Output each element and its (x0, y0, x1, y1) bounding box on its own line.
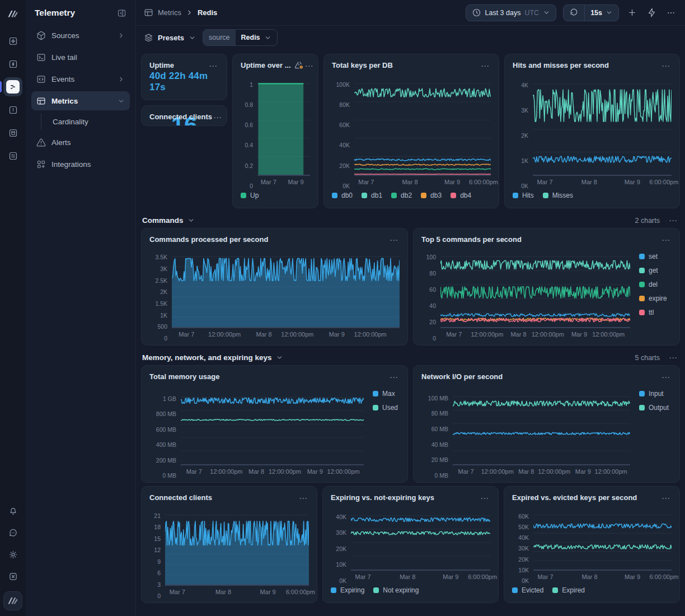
y-axis: 1 GB800 MB600 MB400 MB200 MB0 MB (149, 389, 181, 475)
app-logo[interactable] (4, 6, 21, 22)
rail-dataset-icon[interactable] (3, 31, 22, 50)
chart-menu-button[interactable]: ⋯ (660, 61, 672, 71)
source-filter[interactable]: source Redis (203, 29, 278, 46)
chart-menu-button[interactable]: ⋯ (480, 61, 491, 71)
org-avatar[interactable] (3, 591, 22, 610)
top5_commands-plot[interactable] (440, 251, 630, 328)
quick-actions-button[interactable] (645, 6, 658, 19)
legend-item-used[interactable]: Used (373, 404, 400, 412)
legend: Up (241, 190, 310, 201)
legend-swatch (639, 310, 645, 315)
legend-item-set[interactable]: set (639, 253, 672, 260)
more-menu-button[interactable] (665, 7, 677, 19)
legend-item-del[interactable]: del (639, 281, 672, 288)
x-axis: Mar 7Mar 8Mar 96:00:00pm (533, 176, 672, 186)
legend-item-not-expiring[interactable]: Not expiring (373, 586, 419, 594)
legend-swatch (373, 405, 378, 410)
chart-menu-button[interactable]: ⋯ (388, 235, 400, 245)
chart-menu-button[interactable]: ⋯ (660, 235, 672, 245)
y-tick-label: 10K (336, 561, 346, 568)
section-menu-button[interactable]: ⋯ (668, 216, 679, 225)
x-tick-label: Mar 8 (256, 331, 272, 338)
chart-menu-button[interactable]: ⋯ (212, 113, 223, 122)
legend-item-expiring[interactable]: Expiring (331, 586, 364, 594)
legend-item-get[interactable]: get (639, 267, 672, 274)
legend-item-db2[interactable]: db2 (391, 192, 412, 199)
y-tick-label: 60 (429, 286, 436, 293)
rail-theme-icon[interactable] (3, 547, 22, 562)
network_io-plot[interactable] (453, 389, 630, 465)
x-tick-label: Mar 9 (307, 468, 323, 475)
rail-query-icon[interactable] (3, 123, 22, 142)
section-toggle-commands[interactable]: Commands (142, 216, 195, 225)
y-tick-label: 40K (339, 142, 350, 148)
sidebar-item-metrics[interactable]: Metrics (31, 91, 130, 110)
sidebar-item-events[interactable]: Events (31, 69, 130, 88)
y-tick-label: 0K (339, 577, 346, 584)
add-chart-button[interactable] (626, 6, 639, 19)
legend-item-ttl[interactable]: ttl (639, 309, 672, 316)
chart-menu-button[interactable]: ⋯ (660, 493, 672, 503)
chart-menu-button[interactable]: ⋯ (298, 493, 309, 503)
legend-item-input[interactable]: Input (639, 390, 672, 398)
connected_clients_chart-plot[interactable] (165, 510, 309, 586)
hits_misses-plot[interactable] (533, 77, 672, 176)
warning-icon[interactable] (294, 61, 304, 69)
commands_processed-plot[interactable] (172, 251, 400, 328)
sidebar-item-live-tail[interactable]: Live tail (31, 48, 130, 67)
legend-item-expired[interactable]: Expired (552, 586, 585, 594)
x-tick-label: Mar 7 (355, 573, 370, 580)
rail-shortcuts-icon[interactable] (3, 569, 22, 584)
legend: db0db1db2db3db4 (332, 190, 491, 201)
section-toggle-memory[interactable]: Memory, network, and expiring keys (142, 353, 283, 362)
sidebar-item-alerts[interactable]: Alerts (31, 133, 130, 152)
chart-count: 5 charts (635, 354, 660, 362)
uptime_over_time-plot[interactable] (257, 77, 310, 176)
expiring_keys-plot[interactable] (351, 510, 490, 571)
rail-settings-icon[interactable] (3, 146, 22, 165)
chart-menu-button[interactable]: ⋯ (479, 493, 490, 503)
legend-item-db0[interactable]: db0 (332, 192, 353, 199)
rail-monitor-icon[interactable] (3, 100, 22, 119)
chart-menu-button[interactable]: ⋯ (304, 61, 315, 71)
time-range-button[interactable]: Last 3 days UTC (466, 4, 557, 21)
legend-item-hits[interactable]: Hits (513, 192, 534, 199)
total_memory-plot[interactable] (181, 389, 364, 465)
sidebar-item-integrations[interactable]: Integrations (31, 155, 130, 174)
presets-button[interactable]: Presets (144, 33, 196, 43)
legend-item-max[interactable]: Max (373, 390, 400, 398)
chart-menu-button[interactable]: ⋯ (660, 372, 672, 382)
rail-feedback-icon[interactable] (3, 525, 22, 540)
y-tick-label: 40K (518, 534, 529, 541)
legend-item-expire[interactable]: expire (639, 295, 672, 302)
sidebar-item-sources[interactable]: Sources (31, 26, 130, 45)
y-tick-label: 6 (157, 570, 161, 576)
refresh-interval-button[interactable]: 15s (585, 5, 618, 21)
clock-icon (472, 8, 481, 17)
chevron-down-icon (276, 354, 283, 361)
legend-item-db1[interactable]: db1 (362, 192, 382, 199)
section-menu-button[interactable]: ⋯ (668, 353, 679, 362)
chart-menu-button[interactable]: ⋯ (388, 372, 400, 382)
legend: HitsMisses (513, 190, 672, 201)
collapse-sidebar-icon[interactable] (117, 8, 126, 18)
legend-item-db3[interactable]: db3 (421, 192, 442, 199)
x-axis: Mar 712:00:00pmMar 812:00:00pmMar 912:00… (181, 465, 364, 475)
legend-item-evicted[interactable]: Evicted (512, 586, 543, 594)
legend-item-db4[interactable]: db4 (451, 192, 471, 199)
rail-flash-icon[interactable] (3, 54, 22, 73)
chart-menu-button[interactable]: ⋯ (208, 61, 219, 71)
sidebar-item-cardinality[interactable]: Cardinality (41, 113, 130, 130)
chart-title: Top 5 commands per second (421, 235, 522, 244)
rail-app-logo-icon[interactable] (3, 77, 22, 96)
legend-item-misses[interactable]: Misses (543, 192, 573, 199)
expired_evicted-plot[interactable] (533, 510, 672, 571)
total_keys_per_db-plot[interactable] (354, 77, 491, 176)
legend-item-output[interactable]: Output (639, 404, 672, 412)
breadcrumb-section[interactable]: Metrics (158, 8, 181, 17)
rail-bell-icon[interactable] (3, 503, 22, 518)
refresh-button[interactable] (564, 5, 585, 21)
card-commands-processed: Commands processed per second⋯3.5K3K2.5K… (141, 228, 408, 346)
legend-swatch (373, 587, 379, 593)
legend-item-up[interactable]: Up (241, 192, 259, 199)
